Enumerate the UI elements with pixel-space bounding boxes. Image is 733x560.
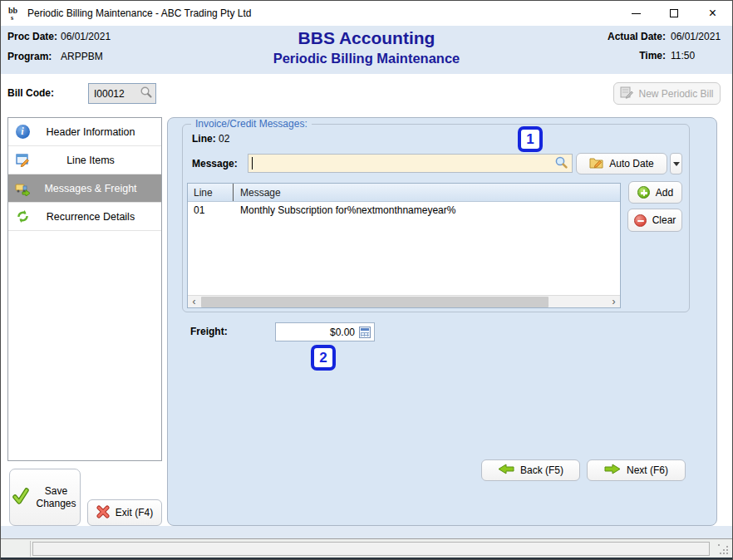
sidebar-item-recurrence-details[interactable]: Recurrence Details	[8, 203, 161, 231]
add-label: Add	[656, 187, 673, 199]
clear-button[interactable]: Clear	[627, 209, 682, 232]
column-header-line[interactable]: Line	[188, 184, 234, 201]
search-icon[interactable]	[140, 86, 153, 101]
auto-date-dropdown-button[interactable]	[670, 153, 682, 174]
minimize-button[interactable]	[617, 1, 655, 26]
bill-code-value: I00012	[94, 88, 140, 100]
exit-button[interactable]: Exit (F4)	[87, 499, 162, 526]
maximize-icon	[670, 9, 678, 17]
auto-date-button[interactable]: Auto Date	[576, 153, 667, 174]
new-periodic-bill-button[interactable]: New Periodic Bill	[613, 82, 721, 105]
next-arrow-icon	[604, 464, 621, 477]
horizontal-scrollbar[interactable]: ‹ ›	[188, 295, 620, 307]
line-items-icon	[15, 153, 30, 168]
info-icon: i	[15, 125, 30, 140]
header-band: BBS Accounting Periodic Billing Maintena…	[1, 26, 732, 74]
save-changes-button[interactable]: Save Changes	[9, 469, 81, 526]
new-bill-icon	[620, 86, 633, 101]
scroll-right-icon[interactable]: ›	[608, 296, 620, 308]
actual-date-value: 06/01/2021	[671, 31, 726, 42]
minimize-icon	[632, 13, 641, 14]
auto-date-label: Auto Date	[609, 158, 653, 169]
title-bar: bb s Periodic Billing Maintenance - ABC …	[1, 1, 732, 26]
back-label: Back (F5)	[520, 464, 563, 476]
maximize-button[interactable]	[655, 1, 693, 26]
save-label: Save Changes	[35, 485, 78, 510]
freight-label: Freight:	[190, 326, 228, 337]
scrollbar-thumb[interactable]	[201, 297, 549, 307]
sidebar-item-line-items[interactable]: Line Items	[8, 146, 161, 174]
clear-minus-icon	[634, 214, 647, 227]
sidebar-item-label: Recurrence Details	[8, 211, 161, 223]
auto-date-icon	[589, 155, 603, 172]
close-icon: ×	[709, 7, 716, 20]
freight-value: $0.00	[279, 327, 359, 338]
program-label: Program:	[7, 51, 61, 62]
message-label: Message:	[192, 158, 238, 169]
row-line-value: 01	[188, 204, 234, 216]
text-caret	[252, 157, 253, 169]
chevron-down-icon	[673, 162, 680, 166]
exit-label: Exit (F4)	[116, 507, 153, 518]
bill-code-label: Bill Code:	[7, 87, 54, 99]
status-bar	[1, 538, 732, 558]
back-arrow-icon	[498, 464, 514, 477]
status-divider	[30, 541, 31, 557]
sidebar-item-label: Line Items	[8, 155, 161, 166]
back-button[interactable]: Back (F5)	[481, 459, 580, 481]
row-message-value: Monthly Subscription for%nextmonthnameye…	[234, 204, 455, 216]
clear-label: Clear	[652, 214, 676, 226]
program-value: ARPPBM	[61, 51, 111, 62]
app-window: bb s Periodic Billing Maintenance - ABC …	[0, 0, 733, 560]
time-value: 11:50	[671, 50, 726, 61]
header-right-info: Actual Date: 06/01/2021 Time: 11:50	[608, 31, 726, 61]
svg-text:s: s	[11, 14, 13, 21]
line-label: Line:	[192, 133, 216, 145]
close-button[interactable]: ×	[693, 1, 732, 26]
message-input[interactable]	[248, 154, 573, 173]
group-legend: Invoice/Credit Messages:	[191, 118, 312, 130]
status-message-panel	[32, 542, 710, 556]
table-row[interactable]: 01 Monthly Subscription for%nextmonthnam…	[188, 202, 620, 219]
new-bill-label: New Periodic Bill	[638, 88, 713, 100]
bill-code-input[interactable]: I00012	[88, 83, 156, 104]
proc-date-value: 06/01/2021	[61, 31, 111, 42]
freight-input[interactable]: $0.00	[275, 322, 375, 341]
resize-grip-icon[interactable]	[718, 544, 729, 555]
messages-table[interactable]: Line Message 01 Monthly Subscription for…	[187, 183, 621, 308]
save-check-icon	[12, 488, 29, 507]
scroll-left-icon[interactable]: ‹	[188, 296, 200, 308]
sidebar-item-label: Messages & Freight	[8, 183, 161, 194]
sidebar-item-messages-freight[interactable]: Messages & Freight	[8, 174, 161, 203]
sidebar-item-label: Header Information	[8, 126, 161, 138]
form-background-strip	[1, 526, 732, 538]
time-label: Time:	[608, 50, 666, 61]
message-search-icon[interactable]	[554, 155, 568, 172]
table-header-row: Line Message	[188, 184, 620, 202]
exit-x-icon	[96, 505, 110, 521]
sidebar-item-header-information[interactable]: i Header Information	[8, 118, 161, 146]
invoice-credit-messages-group: Invoice/Credit Messages: Line: 02 Messag…	[182, 124, 690, 312]
line-number-row: Line: 02	[192, 133, 229, 145]
window-title: Periodic Billing Maintenance - ABC Tradi…	[27, 7, 251, 19]
annotation-badge-1: 1	[518, 126, 543, 152]
line-value: 02	[219, 133, 229, 145]
add-plus-icon	[637, 186, 650, 199]
header-left-info: Proc Date: 06/01/2021 Program: ARPPBM	[7, 31, 111, 62]
app-logo-icon: bb s	[7, 6, 22, 21]
messages-freight-icon	[15, 181, 30, 196]
recurrence-icon	[15, 209, 30, 224]
annotation-badge-2: 2	[311, 345, 336, 371]
add-button[interactable]: Add	[628, 181, 682, 204]
proc-date-label: Proc Date:	[7, 31, 61, 42]
calculator-icon[interactable]	[359, 327, 371, 338]
actual-date-label: Actual Date:	[608, 31, 666, 42]
next-label: Next (F6)	[627, 464, 668, 476]
column-header-message[interactable]: Message	[234, 187, 281, 199]
next-button[interactable]: Next (F6)	[587, 459, 686, 481]
sidebar-nav: i Header Information Line Items	[7, 117, 162, 461]
